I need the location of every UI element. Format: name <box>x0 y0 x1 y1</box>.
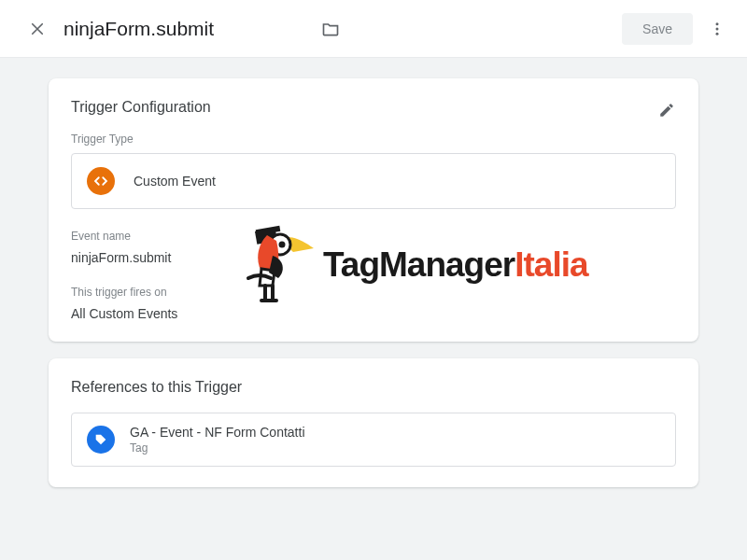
close-button[interactable] <box>19 10 56 48</box>
trigger-name-input[interactable] <box>63 14 308 44</box>
card-title: Trigger Configuration <box>71 99 676 116</box>
pencil-icon <box>658 102 675 119</box>
svg-point-1 <box>716 27 719 30</box>
body-area: Trigger Configuration Trigger Type Custo… <box>0 58 747 560</box>
reference-row[interactable]: GA - Event - NF Form Contatti Tag <box>71 413 676 467</box>
card-title: References to this Trigger <box>71 379 676 396</box>
tag-icon <box>87 426 115 454</box>
folder-button[interactable] <box>314 12 347 46</box>
custom-event-icon <box>87 167 115 195</box>
fires-on-label: This trigger fires on <box>71 286 676 299</box>
reference-text: GA - Event - NF Form Contatti Tag <box>130 425 305 455</box>
reference-name: GA - Event - NF Form Contatti <box>130 425 305 440</box>
event-name-label: Event name <box>71 230 676 243</box>
more-vert-icon <box>709 21 726 37</box>
fires-on-value: All Custom Events <box>71 306 676 321</box>
references-card: References to this Trigger GA - Event - … <box>49 358 698 487</box>
event-name-value: ninjaForm.submit <box>71 250 676 265</box>
folder-icon <box>321 20 340 38</box>
more-menu-button[interactable] <box>698 10 736 48</box>
edit-button[interactable] <box>648 91 685 129</box>
topbar: Save <box>0 0 747 58</box>
close-icon <box>29 21 46 37</box>
save-button[interactable]: Save <box>622 13 693 45</box>
svg-point-0 <box>716 22 719 25</box>
trigger-type-label: Trigger Type <box>71 133 676 146</box>
trigger-config-card: Trigger Configuration Trigger Type Custo… <box>49 78 698 342</box>
reference-type: Tag <box>130 441 305 455</box>
trigger-type-row[interactable]: Custom Event <box>71 153 676 209</box>
trigger-type-name: Custom Event <box>134 174 216 189</box>
svg-point-2 <box>716 32 719 35</box>
